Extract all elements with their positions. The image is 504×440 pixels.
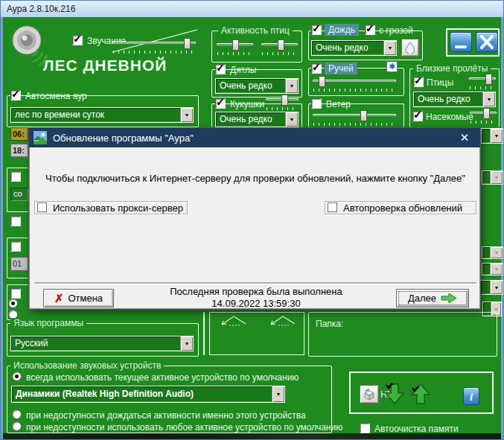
close-button[interactable] (476, 32, 498, 52)
language-select[interactable]: Русский ▼ (10, 336, 194, 351)
stream-checkbox[interactable]: ✓ (311, 63, 322, 74)
window-titlebar[interactable]: Аура 2.8.10к.216 (1, 1, 503, 17)
chevron-down-icon[interactable]: ▼ (490, 281, 503, 294)
master-volume-slider[interactable] (112, 38, 196, 54)
close-icon (476, 33, 497, 51)
chevron-down-icon[interactable]: ▼ (180, 337, 193, 351)
chevron-down-icon[interactable]: ▼ (180, 108, 193, 122)
bird-activity-slider-2[interactable] (261, 39, 298, 56)
import-button[interactable] (383, 382, 406, 406)
info-button[interactable]: i (463, 387, 479, 405)
covered-checkbox[interactable] (10, 216, 21, 226)
check-icon: ✓ (216, 62, 225, 74)
memory-autoclean-label: Автоочистка памяти (374, 424, 459, 434)
info-icon: i (470, 391, 473, 403)
cuckoos-volume-slider[interactable] (266, 95, 299, 111)
slider-thumb[interactable] (319, 76, 325, 87)
check-icon: ✓ (366, 22, 374, 34)
covered-combo-fragment[interactable]: ▼ (480, 280, 503, 295)
device-option-always-radio[interactable] (12, 372, 22, 381)
slider-thumb[interactable] (281, 95, 288, 106)
next-button[interactable]: Далее (396, 289, 469, 307)
slider-thumb[interactable] (278, 39, 284, 51)
last-check-line2: 14.09.2022 13:59:30 (141, 298, 371, 310)
covered-checkbox[interactable] (10, 288, 21, 299)
next-arrow-icon (441, 293, 457, 304)
birds-volume-slider[interactable] (469, 74, 496, 90)
memory-autoclean-checkbox[interactable] (360, 423, 370, 433)
wind-volume-slider[interactable] (313, 110, 396, 127)
slider-thumb[interactable] (232, 39, 239, 51)
chevron-down-icon[interactable]: ▼ (285, 79, 298, 93)
birds-select[interactable]: Очень редко ▼ (413, 92, 496, 107)
autocheck-checkbox[interactable] (328, 203, 337, 212)
cuckoos-checkbox[interactable]: ✓ (215, 98, 226, 109)
sound-enabled-checkbox[interactable]: ✓ (72, 35, 83, 45)
device-option-wait-radio[interactable] (12, 409, 22, 419)
proxy-label: Использовать прокси-сервер (51, 203, 185, 214)
birds-checkbox[interactable]: ✓ (413, 77, 424, 87)
slider-thumb[interactable] (483, 108, 490, 119)
time-from-value: 06: (13, 130, 25, 138)
covered-combo-fragment: ▼ (482, 170, 503, 185)
rain-sound-button[interactable] (401, 39, 419, 57)
insects-checkbox[interactable]: ✓ (412, 111, 423, 121)
chevron-down-icon[interactable]: ▼ (383, 41, 396, 55)
stream-settings-button[interactable]: ✱ (386, 61, 398, 72)
chevron-down-icon[interactable]: ▼ (285, 112, 298, 127)
last-check-line1: Последняя проверка была выполнена (141, 286, 371, 298)
stream-label: Ручей (325, 63, 357, 74)
chevron-down-icon[interactable]: ▼ (272, 386, 284, 402)
insects-volume-slider[interactable] (470, 108, 497, 124)
covered-radio[interactable] (8, 299, 18, 308)
cuckoos-select[interactable]: Очень редко ▼ (215, 112, 299, 127)
birds-value: Очень редко (414, 92, 482, 106)
slider-thumb[interactable] (360, 110, 367, 121)
decorative-glyph (268, 314, 301, 328)
slider-thumb[interactable] (485, 74, 492, 85)
covered-gray-field[interactable]: 01 (10, 257, 28, 271)
dialog-close-icon[interactable]: ✕ (453, 128, 476, 147)
cancel-label: Отмена (68, 293, 103, 304)
slider-ticks (470, 86, 495, 89)
minimize-button[interactable] (450, 32, 472, 52)
covered-small-field[interactable]: со (10, 188, 28, 201)
wind-checkbox[interactable] (311, 98, 322, 109)
proxy-checkbox[interactable] (37, 203, 47, 212)
autoswitch-select[interactable]: лес по времени суток ▼ (10, 107, 194, 123)
covered-combo-fragment[interactable]: ▼ (481, 128, 503, 144)
check-icon: ✓ (216, 96, 225, 108)
audio-device-select[interactable]: Динамики (Realtek High Definition Audio)… (11, 386, 285, 403)
time-from-field[interactable]: 06: (10, 127, 28, 141)
folder-label: Папка: (316, 319, 343, 329)
autoswitch-value: лес по времени суток (11, 108, 180, 122)
device-option-any-radio[interactable] (12, 421, 22, 431)
rain-value: Очень редко (312, 41, 383, 55)
chevron-down-icon[interactable]: ▼ (490, 129, 503, 143)
app-window: Аура 2.8.10к.216 ✓ Звучание ЛЕС ДНЕВНОЙ … (0, 0, 504, 440)
export-button[interactable] (409, 382, 432, 406)
autoswitch-label: Автосмена аур (25, 91, 87, 101)
bottom-edge (3, 433, 501, 439)
rain-checkbox[interactable]: ✓ (311, 25, 322, 35)
stream-volume-slider[interactable] (313, 76, 396, 92)
window-border-right (501, 17, 503, 439)
update-dialog-titlebar[interactable]: Обновление программы "Аура" ✕ (29, 128, 480, 147)
slider-thumb[interactable] (184, 38, 191, 49)
covered-checkbox[interactable] (10, 171, 21, 182)
chevron-down-icon: ▼ (490, 171, 503, 184)
woodpeckers-checkbox[interactable]: ✓ (215, 64, 226, 74)
woodpeckers-select[interactable]: Очень редко ▼ (215, 78, 299, 94)
package-button[interactable] (360, 385, 379, 404)
slider-ticks (217, 52, 252, 55)
cancel-button[interactable]: ✗ Отмена (43, 289, 114, 307)
time-to-field[interactable]: 18: (10, 144, 28, 157)
thunder-checkbox[interactable]: ✓ (365, 25, 375, 35)
autoswitch-checkbox[interactable]: ✓ (10, 90, 21, 101)
bird-activity-slider-1[interactable] (217, 39, 253, 56)
chevron-down-icon[interactable]: ▼ (482, 92, 495, 106)
rain-select[interactable]: Очень редко ▼ (311, 40, 397, 56)
current-aura-title: ЛЕС ДНЕВНОЙ (1, 60, 209, 71)
minimize-icon (450, 33, 471, 51)
covered-checkbox[interactable] (10, 241, 21, 252)
